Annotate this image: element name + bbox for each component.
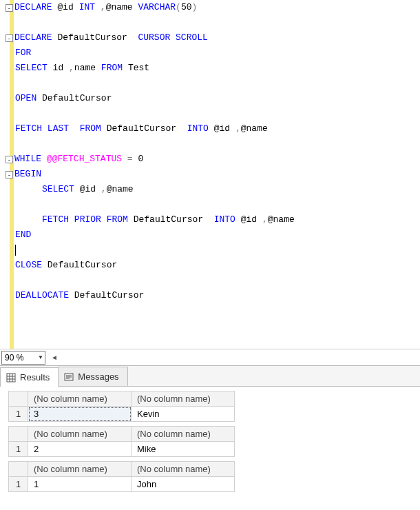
code-token: SELECT (15, 61, 48, 76)
code-token: VARCHAR (138, 0, 176, 15)
row-number[interactable]: 1 (9, 442, 28, 457)
code-token (95, 0, 101, 15)
code-line[interactable] (15, 15, 420, 30)
code-token: DefaultCursor (69, 288, 144, 303)
text-caret (15, 245, 16, 256)
cell[interactable]: 2 (28, 442, 132, 457)
code-line[interactable]: OPEN DefaultCursor (15, 91, 420, 106)
code-token: DefaultCursor (128, 212, 214, 227)
code-line[interactable]: -DECLARE @id INT ,@name VARCHAR(50) (15, 0, 420, 15)
code-line[interactable] (15, 106, 420, 121)
code-line[interactable]: -BEGIN (15, 167, 420, 182)
code-token: @id (74, 182, 101, 197)
column-header[interactable]: (No column name) (132, 462, 235, 477)
code-token: ( (176, 0, 181, 15)
code-line[interactable]: FOR (15, 45, 420, 61)
code-token: , (101, 0, 106, 15)
code-token: FROM (101, 61, 123, 76)
code-token: DefaultCursor (52, 30, 138, 45)
code-token (15, 212, 42, 227)
code-token: @@FETCH_STATUS (47, 152, 122, 167)
grid-corner (9, 391, 28, 407)
code-line[interactable] (15, 273, 420, 288)
results-pane: (No column name)(No column name)13Kevin(… (0, 386, 420, 502)
cell[interactable]: 3 (28, 407, 132, 422)
grid-corner (9, 462, 28, 477)
code-token: name (74, 61, 101, 76)
code-token (15, 182, 42, 197)
fold-toggle[interactable]: - (6, 156, 13, 163)
code-line[interactable]: FETCH PRIOR FROM DefaultCursor INTO @id … (15, 212, 420, 227)
code-token: DECLARE (14, 30, 52, 45)
cell[interactable]: John (132, 477, 235, 492)
code-token: SCROLL (176, 30, 208, 45)
code-token: PRIOR (74, 212, 101, 227)
results-tabs: Results Messages (0, 365, 420, 386)
grid-corner (9, 427, 28, 442)
code-token (42, 121, 48, 136)
column-header[interactable]: (No column name) (132, 391, 235, 407)
tab-results[interactable]: Results (0, 367, 59, 387)
code-line[interactable]: -DECLARE DefaultCursor CURSOR SCROLL (15, 30, 420, 45)
code-line[interactable]: SELECT @id ,@name (15, 182, 420, 197)
code-line[interactable] (15, 136, 420, 152)
code-token: , (235, 121, 241, 136)
tab-messages[interactable]: Messages (58, 367, 127, 386)
code-line[interactable]: -WHILE @@FETCH_STATUS = 0 (15, 152, 420, 167)
fold-toggle[interactable]: - (6, 171, 13, 178)
code-line[interactable] (15, 243, 420, 258)
code-token: @id (235, 212, 262, 227)
code-token: Test (123, 61, 149, 76)
cell[interactable]: Kevin (132, 407, 235, 422)
row-number[interactable]: 1 (9, 407, 28, 422)
result-grid[interactable]: (No column name)(No column name)13Kevin (8, 391, 235, 422)
code-token (170, 30, 176, 45)
code-line[interactable]: DEALLOCATE DefaultCursor (15, 288, 420, 303)
code-line[interactable] (15, 76, 420, 91)
scroll-left-icon: ◄ (51, 353, 58, 363)
code-token: INT (79, 0, 95, 15)
fold-toggle[interactable]: - (6, 4, 13, 12)
code-token (69, 212, 74, 227)
code-token: @name (241, 121, 268, 136)
code-line[interactable] (15, 197, 420, 212)
zoom-select[interactable]: 90 % ▼ (1, 351, 45, 365)
code-token: INTO (214, 212, 235, 227)
cell[interactable]: Mike (132, 442, 235, 457)
code-token: @name (107, 182, 134, 197)
column-header[interactable]: (No column name) (28, 391, 132, 407)
grid-icon (6, 373, 16, 382)
code-token: DefaultCursor (36, 91, 112, 106)
code-area[interactable]: -DECLARE @id INT ,@name VARCHAR(50)-DECL… (14, 0, 420, 349)
tab-results-label: Results (20, 372, 50, 382)
code-token: OPEN (15, 91, 36, 106)
code-token: @name (268, 212, 295, 227)
code-token: @id (52, 0, 79, 15)
code-token: 0 (133, 152, 144, 167)
code-line[interactable]: SELECT id ,name FROM Test (15, 61, 420, 76)
code-token: = (127, 152, 133, 167)
code-line[interactable]: CLOSE DefaultCursor (15, 258, 420, 273)
code-token: SELECT (42, 182, 74, 197)
column-header[interactable]: (No column name) (28, 462, 132, 477)
column-header[interactable]: (No column name) (132, 427, 235, 442)
code-token (69, 121, 80, 136)
code-line[interactable]: END (15, 227, 420, 243)
tab-messages-label: Messages (78, 371, 118, 382)
code-token: INTO (187, 121, 209, 136)
code-token: BEGIN (14, 167, 41, 182)
code-line[interactable]: FETCH LAST FROM DefaultCursor INTO @id ,… (15, 121, 420, 136)
code-token: , (262, 212, 268, 227)
sql-editor[interactable]: -DECLARE @id INT ,@name VARCHAR(50)-DECL… (0, 0, 420, 349)
hscroll-track[interactable]: ◄ (48, 351, 420, 364)
result-grid[interactable]: (No column name)(No column name)12Mike (8, 426, 235, 457)
row-number[interactable]: 1 (9, 477, 28, 492)
result-grid[interactable]: (No column name)(No column name)11John (8, 461, 235, 492)
cell[interactable]: 1 (28, 477, 132, 492)
fold-toggle[interactable]: - (6, 34, 13, 42)
code-token: DefaultCursor (101, 121, 187, 136)
messages-icon (64, 372, 74, 382)
column-header[interactable]: (No column name) (28, 427, 132, 442)
svg-rect-0 (7, 374, 15, 382)
chevron-down-icon: ▼ (38, 354, 43, 360)
